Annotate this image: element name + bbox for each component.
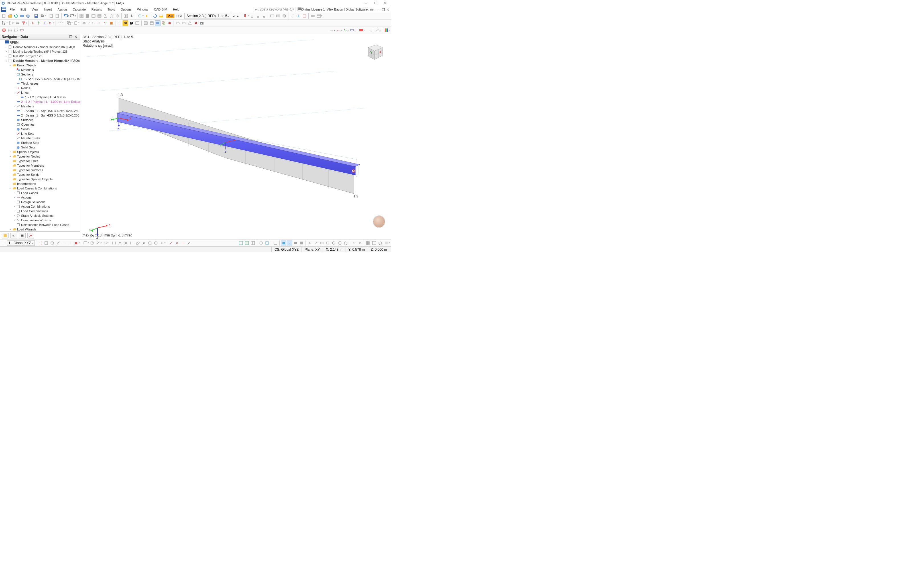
cmd-button[interactable] (134, 20, 140, 26)
shape-rect-button[interactable] (319, 240, 325, 246)
rotate-button[interactable] (57, 20, 63, 26)
print-button[interactable] (39, 13, 45, 19)
dim-arrow-button[interactable] (328, 27, 334, 33)
solid-render-button[interactable] (108, 20, 114, 26)
selected-mode-button[interactable] (155, 20, 160, 26)
dropdown-icon[interactable]: ▾ (71, 22, 73, 24)
surface-mesh-button[interactable] (371, 240, 377, 246)
shape-circle-button[interactable] (331, 240, 336, 246)
tab-display[interactable] (10, 233, 17, 239)
mdi-minimize[interactable]: ─ (377, 8, 381, 11)
dropdown-icon[interactable]: ▾ (75, 15, 76, 17)
dropdown-icon[interactable]: ▾ (247, 15, 249, 17)
solid-mesh-button[interactable] (377, 240, 383, 246)
doc1-button[interactable] (49, 13, 54, 19)
axis-z-button[interactable]: Z (42, 20, 48, 26)
refresh-button[interactable] (13, 13, 19, 19)
shape-square-button[interactable] (325, 240, 331, 246)
dropdown-icon[interactable]: ▾ (334, 29, 335, 31)
next-button[interactable]: ► (236, 15, 240, 18)
block-button[interactable] (19, 13, 25, 19)
dropdown-icon[interactable]: ▾ (107, 242, 108, 244)
close-button[interactable]: ✕ (383, 1, 388, 5)
snap-node-button[interactable] (159, 240, 165, 246)
lsnap2-button[interactable] (174, 240, 180, 246)
hl2-button[interactable] (287, 240, 293, 246)
lsnap4-button[interactable] (186, 240, 192, 246)
orientation-cube[interactable]: -Y X (362, 40, 385, 62)
dropdown-icon[interactable]: ▾ (165, 242, 166, 244)
ot-button[interactable] (95, 240, 101, 246)
view-mode2-button[interactable] (244, 240, 250, 246)
dropdown-icon[interactable]: ▾ (389, 29, 390, 31)
menu-edit[interactable]: Edit (18, 7, 29, 12)
new-button[interactable] (1, 13, 7, 19)
mdi-restore[interactable]: ❐ (382, 8, 385, 11)
hl4-button[interactable] (299, 240, 304, 246)
mesh-button[interactable] (137, 13, 143, 19)
snap3-button[interactable] (49, 240, 55, 246)
shape-cube-button[interactable] (343, 240, 349, 246)
doc2-button[interactable] (55, 13, 60, 19)
section-button[interactable] (103, 13, 108, 19)
hatch-button[interactable] (97, 13, 102, 19)
pin-button[interactable] (242, 13, 248, 19)
wire-box-button[interactable] (7, 27, 13, 33)
support-avatar[interactable] (373, 215, 385, 228)
js-button[interactable]: JS (123, 20, 128, 26)
menu-view[interactable]: View (29, 7, 41, 12)
display3-button[interactable] (281, 13, 287, 19)
menu-insert[interactable]: Insert (41, 7, 55, 12)
iso-surface-button[interactable] (358, 27, 364, 33)
cluster-button[interactable] (102, 20, 108, 26)
bug-button[interactable] (167, 20, 172, 26)
support3-button[interactable] (261, 13, 267, 19)
tool-a-button[interactable] (289, 13, 295, 19)
menu-cadbim[interactable]: CAD-BIM (151, 7, 170, 12)
redo-button[interactable] (70, 13, 75, 19)
warn-button[interactable] (187, 20, 192, 26)
moment-button[interactable] (335, 27, 341, 33)
grid2-button[interactable] (116, 20, 122, 26)
dropdown-icon[interactable]: ▾ (62, 22, 63, 24)
cursor-button[interactable] (1, 20, 7, 26)
support2-button[interactable] (255, 13, 261, 19)
dropdown-icon[interactable]: ▾ (6, 22, 8, 24)
axis-y-button[interactable]: Y (36, 20, 42, 26)
text-n-button[interactable]: n (307, 240, 313, 246)
select-obj-button[interactable] (15, 20, 21, 26)
fem-button[interactable] (383, 240, 389, 246)
dropdown-icon[interactable]: ▾ (364, 29, 365, 31)
dropdown-icon[interactable]: ▾ (78, 22, 79, 24)
view-mode1-button[interactable] (238, 240, 244, 246)
value-chip[interactable]: 2.3 (167, 14, 175, 18)
tool-b-button[interactable] (296, 13, 301, 19)
factor-button[interactable]: 1.2 (102, 240, 108, 246)
menu-tools[interactable]: Tools (105, 7, 118, 12)
dropdown-icon[interactable]: ▾ (68, 15, 69, 17)
load-toggle-button[interactable] (158, 13, 164, 19)
tool-c-button[interactable] (302, 13, 307, 19)
keyword-search[interactable]: ▸Type a keyword (Alt+Q) (253, 7, 296, 12)
vectors-button[interactable] (374, 27, 380, 33)
reload-button[interactable] (152, 13, 158, 19)
zoom-extents-button[interactable] (123, 13, 129, 19)
snap-tan-button[interactable] (135, 240, 141, 246)
display-obj2-button[interactable] (264, 240, 270, 246)
dropdown-icon[interactable]: ▾ (354, 29, 356, 31)
snap-end-button[interactable] (111, 240, 117, 246)
ortho-button[interactable] (82, 240, 88, 246)
delete-button[interactable] (193, 20, 199, 26)
select-rect-button[interactable] (8, 20, 14, 26)
polar-button[interactable] (89, 240, 95, 246)
mdi-close[interactable]: ✕ (386, 8, 390, 11)
menu-assign[interactable]: Assign (55, 7, 70, 12)
dropdown-icon[interactable]: ▾ (92, 22, 93, 24)
eye-off-button[interactable] (175, 20, 181, 26)
float-button[interactable]: ❐ (69, 35, 73, 39)
close-panel-button[interactable]: ✕ (74, 35, 78, 39)
origin-button[interactable] (1, 240, 7, 246)
axis-x-neg-button[interactable]: x (48, 20, 53, 26)
lsnap1-button[interactable] (168, 240, 174, 246)
snap-quad-button[interactable] (153, 240, 159, 246)
